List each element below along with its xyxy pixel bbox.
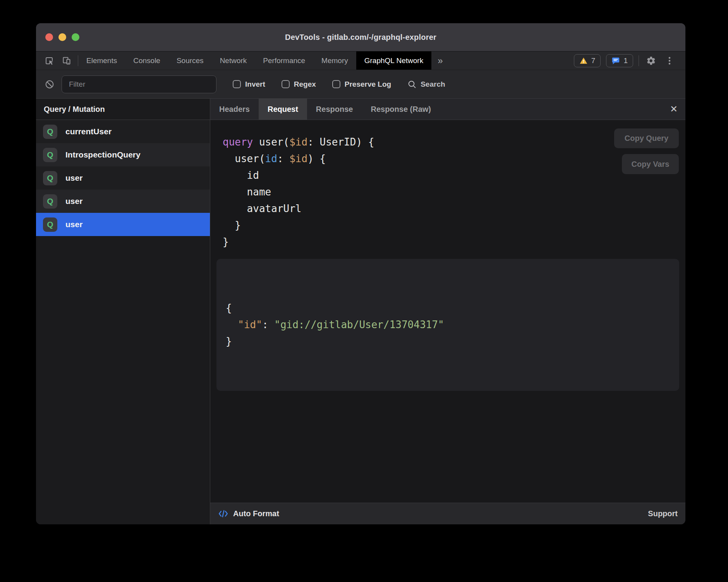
- tab-request[interactable]: Request: [259, 99, 307, 120]
- close-window-button[interactable]: [45, 33, 53, 41]
- preserve-log-label: Preserve Log: [345, 80, 391, 89]
- toolbar-right: 7 1: [574, 51, 685, 70]
- traffic-lights: [45, 23, 79, 51]
- filter-toolbar: Invert Regex Preserve Log Search: [36, 70, 685, 99]
- window-title: DevTools - gitlab.com/-/graphql-explorer: [36, 33, 685, 42]
- search-label: Search: [421, 80, 445, 89]
- copy-vars-button[interactable]: Copy Vars: [622, 154, 679, 174]
- query-type-badge: Q: [43, 171, 57, 185]
- maximize-window-button[interactable]: [72, 33, 79, 41]
- search-control[interactable]: Search: [407, 80, 445, 89]
- warning-icon: [579, 56, 588, 65]
- tab-response[interactable]: Response: [307, 99, 362, 120]
- main-area: Query / Mutation Q currentUser Q Introsp…: [36, 99, 685, 524]
- settings-gear-icon[interactable]: [644, 54, 658, 67]
- device-toolbar-icon[interactable]: [59, 54, 74, 67]
- detail-tabbar: Headers Request Response Response (Raw) …: [210, 99, 685, 120]
- warnings-badge[interactable]: 7: [574, 54, 601, 67]
- query-list-item-currentuser[interactable]: Q currentUser: [36, 120, 210, 143]
- minimize-window-button[interactable]: [58, 33, 66, 41]
- screen: DevTools - gitlab.com/-/graphql-explorer: [0, 0, 728, 582]
- tab-headers[interactable]: Headers: [210, 99, 259, 120]
- regex-label: Regex: [294, 80, 316, 89]
- tab-sources[interactable]: Sources: [168, 51, 212, 70]
- invert-checkbox[interactable]: [233, 80, 241, 88]
- tab-graphql-network[interactable]: GraphQL Network: [356, 51, 431, 70]
- preserve-log-checkbox-group[interactable]: Preserve Log: [332, 80, 391, 89]
- tab-memory[interactable]: Memory: [313, 51, 356, 70]
- invert-label: Invert: [245, 80, 265, 89]
- tab-console[interactable]: Console: [125, 51, 168, 70]
- issues-badge[interactable]: 1: [606, 54, 633, 67]
- query-type-badge: Q: [43, 125, 57, 139]
- variables-code: { "id": "gid://gitlab/User/13704317"}: [226, 300, 670, 350]
- query-type-badge: Q: [43, 148, 57, 162]
- regex-checkbox-group[interactable]: Regex: [282, 80, 316, 89]
- devtools-window: DevTools - gitlab.com/-/graphql-explorer: [36, 23, 685, 524]
- tab-network[interactable]: Network: [212, 51, 255, 70]
- kebab-menu-icon[interactable]: [663, 54, 676, 67]
- variables-box: { "id": "gid://gitlab/User/13704317"}: [216, 259, 679, 391]
- more-tabs-chevron[interactable]: »: [431, 51, 449, 70]
- detail-panel: Headers Request Response Response (Raw) …: [210, 99, 685, 524]
- query-list-item-label: currentUser: [65, 127, 112, 136]
- filter-input[interactable]: [62, 75, 216, 93]
- support-link[interactable]: Support: [648, 509, 678, 518]
- search-icon: [407, 80, 417, 89]
- toolbar-right-divider: [639, 55, 639, 66]
- auto-format-control[interactable]: Auto Format: [218, 508, 279, 519]
- preserve-log-checkbox[interactable]: [332, 80, 340, 88]
- query-list-item-label: IntrospectionQuery: [65, 150, 141, 159]
- tab-elements[interactable]: Elements: [78, 51, 125, 70]
- close-panel-icon[interactable]: ✕: [662, 99, 685, 120]
- auto-format-label: Auto Format: [233, 509, 279, 518]
- query-list-item-label: user: [65, 197, 82, 206]
- query-list-item-label: user: [65, 173, 82, 183]
- issues-count: 1: [623, 56, 628, 65]
- invert-checkbox-group[interactable]: Invert: [233, 80, 265, 89]
- query-list-item-user-3-selected[interactable]: Q user: [36, 213, 210, 236]
- query-list-item-introspectionquery[interactable]: Q IntrospectionQuery: [36, 143, 210, 166]
- inspect-element-icon[interactable]: [42, 54, 57, 67]
- sidebar-header: Query / Mutation: [36, 99, 210, 120]
- titlebar: DevTools - gitlab.com/-/graphql-explorer: [36, 23, 685, 51]
- warning-count: 7: [591, 56, 596, 65]
- query-list-item-label: user: [65, 220, 82, 229]
- devtools-toolbar: Elements Console Sources Network Perform…: [36, 51, 685, 70]
- tab-performance[interactable]: Performance: [255, 51, 313, 70]
- query-list-item-user-1[interactable]: Q user: [36, 166, 210, 190]
- copy-query-button[interactable]: Copy Query: [614, 128, 679, 148]
- tab-response-raw[interactable]: Response (Raw): [362, 99, 440, 120]
- request-panel: query user($id: UserID) { user(id: $id) …: [210, 120, 685, 503]
- toolbar-left-icons: [36, 51, 78, 70]
- query-type-badge: Q: [43, 217, 57, 232]
- regex-checkbox[interactable]: [282, 80, 290, 88]
- query-type-badge: Q: [43, 194, 57, 209]
- query-list-item-user-2[interactable]: Q user: [36, 190, 210, 213]
- message-icon: [611, 56, 620, 65]
- sidebar: Query / Mutation Q currentUser Q Introsp…: [36, 99, 210, 524]
- detail-footer: Auto Format Support: [210, 503, 685, 524]
- clear-block-icon[interactable]: [45, 79, 55, 89]
- code-icon: [218, 508, 228, 519]
